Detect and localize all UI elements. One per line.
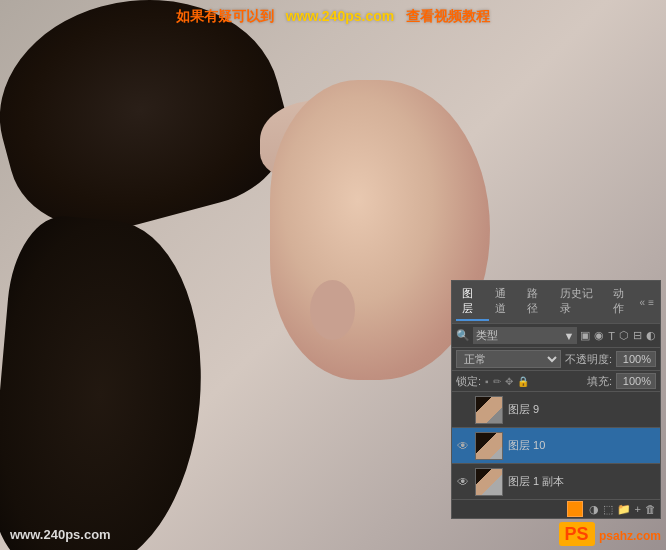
new-group-icon[interactable]: 📁 <box>617 503 631 516</box>
lock-image-icon[interactable]: ✏ <box>493 376 501 387</box>
tab-channels[interactable]: 通道 <box>489 283 522 321</box>
orange-square <box>567 501 583 517</box>
layer-row-10[interactable]: 👁 图层 10 <box>452 428 660 464</box>
panel-menu-icon[interactable]: ≡ <box>648 297 654 308</box>
hair-decoration <box>0 0 304 252</box>
layers-panel: 图层 通道 路径 历史记录 动作 « ≡ 🔍 类型 ▼ ▣ ◉ T ⬡ ⊟ ◐ … <box>451 280 661 519</box>
watermark-bottom-url: www.240ps.com <box>10 527 111 542</box>
layer-10-name: 图层 10 <box>508 438 656 453</box>
layer-9-name: 图层 9 <box>508 402 656 417</box>
filter-adjust-icon[interactable]: ◉ <box>594 329 604 342</box>
filter-toggle[interactable]: ◐ <box>646 329 656 342</box>
lock-label: 锁定: <box>456 374 481 389</box>
collapse-icon[interactable]: « <box>640 297 646 308</box>
layer-filter-icons: ▣ ◉ T ⬡ ⊟ ◐ <box>580 329 656 342</box>
lock-fill-row: 锁定: ▪ ✏ ✥ 🔒 填充: 100% <box>452 371 660 392</box>
layer-1copy-thumbnail <box>475 468 503 496</box>
hair-left <box>0 212 215 550</box>
type-label: 类型 <box>476 328 498 343</box>
type-selector[interactable]: 类型 ▼ <box>473 327 577 344</box>
watermark-prefix: 如果有疑可以到 <box>176 8 274 24</box>
layer-row-9[interactable]: 图层 9 <box>452 392 660 428</box>
visibility-icon-1copy[interactable]: 👁 <box>456 475 470 489</box>
panel-bottom: ◑ ⬚ 📁 + 🗑 <box>452 500 660 518</box>
type-arrow: ▼ <box>563 330 574 342</box>
ps-site-text: psahz.com <box>599 529 661 543</box>
watermark-url: www.240ps.com <box>286 8 394 24</box>
search-icon[interactable]: 🔍 <box>456 329 470 342</box>
delete-layer-icon[interactable]: 🗑 <box>645 503 656 515</box>
lock-all-icon[interactable]: 🔒 <box>517 376 529 387</box>
panel-toolbar: 🔍 类型 ▼ ▣ ◉ T ⬡ ⊟ ◐ <box>452 324 660 348</box>
lock-transparent-icon[interactable]: ▪ <box>485 376 489 387</box>
ps-brand-logo: PS <box>559 522 595 546</box>
lock-icons: ▪ ✏ ✥ 🔒 <box>485 376 529 387</box>
new-layer-icon[interactable]: + <box>635 503 641 515</box>
panel-header: 图层 通道 路径 历史记录 动作 « ≡ <box>452 281 660 324</box>
filter-text-icon[interactable]: T <box>608 330 615 342</box>
visibility-icon-10[interactable]: 👁 <box>456 439 470 453</box>
tab-history[interactable]: 历史记录 <box>554 283 607 321</box>
tab-layers[interactable]: 图层 <box>456 283 489 321</box>
watermark-bottom: www.240ps.com <box>10 527 111 542</box>
blend-mode-select[interactable]: 正常 <box>456 350 561 368</box>
layer-10-thumbnail <box>475 432 503 460</box>
panel-controls: « ≡ <box>640 283 656 321</box>
watermark-ps-logo: PS psahz.com <box>559 524 661 545</box>
layer-row-1copy[interactable]: 👁 图层 1 副本 <box>452 464 660 500</box>
blend-opacity-row: 正常 不透明度: 100% <box>452 348 660 371</box>
filter-smart-icon[interactable]: ⊟ <box>633 329 642 342</box>
filter-pixel-icon[interactable]: ▣ <box>580 329 590 342</box>
watermark-top: 如果有疑可以到 www.240ps.com 查看视频教程 <box>0 8 666 26</box>
fill-value: 100% <box>616 373 656 389</box>
add-adjustment-icon[interactable]: ◑ <box>589 503 599 516</box>
opacity-value: 100% <box>616 351 656 367</box>
fill-label: 填充: <box>587 374 612 389</box>
add-mask-icon[interactable]: ⬚ <box>603 503 613 516</box>
tab-paths[interactable]: 路径 <box>521 283 554 321</box>
layer-9-thumbnail <box>475 396 503 424</box>
lock-position-icon[interactable]: ✥ <box>505 376 513 387</box>
filter-shape-icon[interactable]: ⬡ <box>619 329 629 342</box>
ear <box>310 280 355 340</box>
tab-actions[interactable]: 动作 <box>607 283 640 321</box>
watermark-suffix: 查看视频教程 <box>406 8 490 24</box>
layer-1copy-name: 图层 1 副本 <box>508 474 656 489</box>
opacity-label: 不透明度: <box>565 352 612 367</box>
